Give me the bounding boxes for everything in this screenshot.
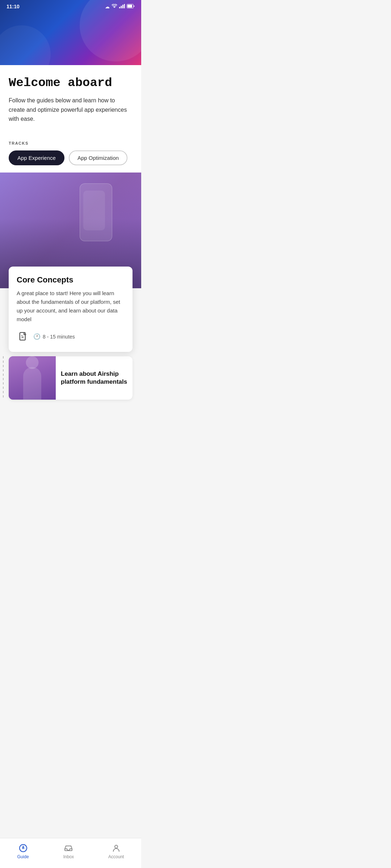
battery-icon [127,4,135,9]
second-card[interactable]: Learn about Airship platform fundamental… [9,356,133,400]
status-time: 11:10 [7,4,20,9]
cloud-icon: ☁ [105,4,110,9]
svg-rect-5 [127,5,132,8]
core-concepts-card[interactable]: Core Concepts A great place to start! He… [9,267,133,352]
clock-icon: 🕐 [33,333,41,340]
dashed-line [3,356,4,400]
person-head [26,356,39,369]
signal-icon [119,4,125,9]
wifi-icon [112,4,117,9]
welcome-section: Welcome aboard Follow the guides below a… [0,65,141,132]
welcome-subtitle: Follow the guides below and learn how to… [9,96,133,124]
svg-rect-1 [121,6,122,8]
status-bar: 11:10 ☁ [0,0,141,12]
svg-rect-0 [119,7,120,8]
svg-rect-6 [20,332,25,340]
track-app-experience-button[interactable]: App Experience [9,150,64,165]
phone-decoration [80,183,112,241]
welcome-title: Welcome aboard [9,76,133,90]
track-app-optimization-button[interactable]: App Optimization [69,150,127,165]
scroll-indicator [0,376,3,379]
time-label: 8 - 15 minutes [43,334,75,340]
svg-rect-2 [122,5,123,8]
document-icon [17,330,30,343]
svg-rect-3 [124,4,125,8]
bottom-padding [0,400,141,429]
tracks-label: TRACKS [9,141,133,145]
core-concepts-wrapper: Core Concepts A great place to start! He… [4,267,137,352]
preview-thumbnail [9,356,56,400]
person-silhouette [23,367,41,400]
time-badge: 🕐 8 - 15 minutes [33,333,75,340]
tracks-section: TRACKS App Experience App Optimization [0,132,141,173]
second-card-container: Learn about Airship platform fundamental… [0,356,141,400]
status-icons: ☁ [105,4,135,9]
core-concepts-meta: 🕐 8 - 15 minutes [17,330,125,343]
core-concepts-title: Core Concepts [17,275,125,285]
card-section: Core Concepts A great place to start! He… [0,173,141,400]
core-concepts-description: A great place to start! Here you will le… [17,289,125,324]
preview-title: Learn about Airship platform fundamental… [61,370,127,386]
preview-text-content: Learn about Airship platform fundamental… [56,356,133,400]
tracks-buttons: App Experience App Optimization [9,150,133,165]
